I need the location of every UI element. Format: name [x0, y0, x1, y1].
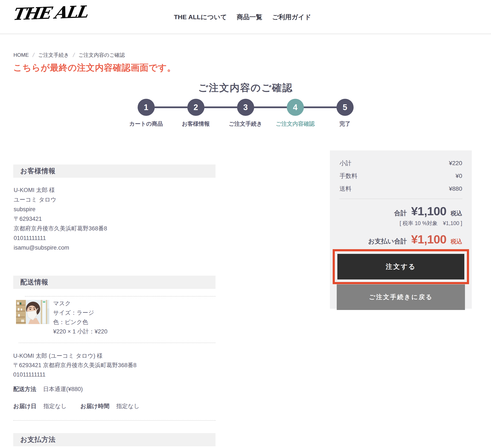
divider [25, 296, 216, 297]
step-circle-2: 2 [187, 99, 204, 116]
customer-address: 京都府京丹後市久美浜町葛野368番8 [14, 224, 216, 233]
product-name: マスク [53, 299, 107, 308]
order-button[interactable]: 注文する [337, 254, 464, 280]
order-summary-panel: 小計 ¥220 手数料 ¥0 送料 ¥880 合計 ¥1,100 税込 [ 税率… [330, 150, 472, 309]
product-image [16, 300, 49, 324]
step-label-4: ご注文内容確認 [276, 120, 315, 128]
shipping-method-label: 配送方法 [13, 385, 36, 393]
step-label-1: カートの商品 [129, 120, 163, 128]
delivery-time-value: 指定なし [116, 402, 140, 410]
customer-phone: 01011111111 [14, 233, 216, 243]
step-confirm-active: 4 ご注文内容確認 [270, 99, 320, 128]
checkout-stepper: 1 カートの商品 2 お客様情報 3 ご注文手続き 4 ご注文内容確認 5 完了 [121, 99, 370, 129]
step-cart: 1 カートの商品 [121, 99, 171, 128]
tax-note: [ 税率 10 %対象 ¥1,100 ] [340, 220, 462, 227]
step-complete: 5 完了 [320, 99, 370, 128]
step-label-3: ご注文手続き [229, 120, 262, 128]
shipping-method-value: 日本通運(¥880) [43, 385, 83, 393]
step-label-2: お客様情報 [182, 120, 210, 128]
payment-total-value: ¥1,100 [411, 232, 446, 246]
customer-info-block: U-KOMI 太郎 様 ユーコミ タロウ subspire 〒6293421 京… [14, 185, 216, 252]
delivery-date-value: 指定なし [43, 402, 66, 410]
brand-logo[interactable]: THE ALL [11, 2, 88, 24]
payment-total-row: お支払い合計 ¥1,100 税込 [340, 232, 462, 246]
customer-name: U-KOMI 太郎 様 [14, 185, 216, 195]
payment-total-tax-included: 税込 [451, 238, 462, 245]
customer-email: isamu@subspire.com [14, 243, 216, 252]
divider [340, 199, 462, 199]
nav-item-guide[interactable]: ご利用ガイド [272, 13, 311, 21]
summary-row-fee: 手数料 ¥0 [340, 170, 462, 182]
subtotal-label: 小計 [340, 157, 351, 170]
shipping-fee-value: ¥880 [449, 182, 462, 195]
breadcrumb: HOME / ご注文手続き / ご注文内容のご確認 [13, 52, 491, 58]
step-label-5: 完了 [340, 120, 350, 128]
breadcrumb-separator: / [32, 52, 35, 58]
shipping-fee-label: 送料 [340, 182, 351, 195]
breadcrumb-home[interactable]: HOME [13, 52, 29, 58]
cart-item-row: マスク サイズ：ラージ 色：ピンク色 ¥220 × 1 小計：¥220 [13, 300, 216, 336]
main-nav: THE ALLについて 商品一覧 ご利用ガイド [174, 0, 311, 34]
divider [13, 420, 216, 421]
shipping-info-header: 配送情報 [13, 276, 216, 289]
delivery-date-row: お届け日 指定なし お届け時間 指定なし [13, 402, 216, 410]
step-circle-4: 4 [287, 99, 304, 116]
total-label: 合計 [394, 209, 407, 218]
page-title: ご注文内容のご確認 [0, 81, 491, 94]
customer-info-header: お客様情報 [13, 165, 216, 178]
product-price-line: ¥220 × 1 小計：¥220 [53, 327, 107, 336]
product-size: サイズ：ラージ [53, 308, 107, 317]
customer-company: subspire [14, 205, 216, 214]
step-procedure: 3 ご注文手続き [221, 99, 270, 128]
step-circle-3: 3 [237, 99, 254, 116]
step-circle-1: 1 [138, 99, 155, 116]
fee-value: ¥0 [456, 170, 462, 182]
site-header: THE ALL THE ALLについて 商品一覧 ご利用ガイド [0, 0, 491, 34]
breadcrumb-checkout[interactable]: ご注文手続き [38, 52, 69, 58]
recipient-block: U-KOMI 太郎 (ユーコミ タロウ) 様 〒6293421 京都府京丹後市久… [13, 351, 216, 379]
cart-item-info: マスク サイズ：ラージ 色：ピンク色 ¥220 × 1 小計：¥220 [53, 299, 107, 336]
total-value: ¥1,100 [411, 204, 446, 218]
shipping-method-row: 配送方法 日本通運(¥880) [13, 385, 216, 393]
back-to-checkout-button[interactable]: ご注文手続きに戻る [337, 284, 465, 310]
order-detail-column: お客様情報 U-KOMI 太郎 様 ユーコミ タロウ subspire 〒629… [13, 165, 216, 446]
customer-kana: ユーコミ タロウ [14, 195, 216, 205]
recipient-phone: 01011111111 [13, 370, 216, 379]
total-tax-included: 税込 [451, 209, 462, 217]
product-color: 色：ピンク色 [53, 317, 107, 327]
delivery-date-label: お届け日 [13, 402, 37, 410]
delivery-time-label: お届け時間 [80, 402, 109, 410]
step-customer: 2 お客様情報 [171, 99, 221, 128]
order-button-highlight: 注文する [333, 249, 469, 284]
nav-item-about[interactable]: THE ALLについて [174, 13, 227, 21]
recipient-address: 〒6293421 京都府京丹後市久美浜町葛野368番8 [13, 361, 216, 370]
summary-row-shipping: 送料 ¥880 [340, 182, 462, 195]
breadcrumb-separator: / [72, 52, 75, 58]
nav-item-products[interactable]: 商品一覧 [237, 13, 262, 21]
divider [19, 343, 216, 343]
fee-label: 手数料 [340, 170, 358, 182]
payment-method-header: お支払方法 [13, 433, 216, 446]
annotation-note: こちらが最終の注文内容確認画面です。 [13, 62, 491, 74]
breadcrumb-current: ご注文内容のご確認 [78, 52, 125, 58]
customer-zip: 〒6293421 [14, 214, 216, 224]
payment-total-label: お支払い合計 [368, 237, 407, 246]
recipient-name: U-KOMI 太郎 (ユーコミ タロウ) 様 [13, 351, 216, 361]
total-row: 合計 ¥1,100 税込 [340, 204, 462, 218]
summary-row-subtotal: 小計 ¥220 [340, 157, 462, 170]
subtotal-value: ¥220 [449, 157, 462, 170]
step-circle-5: 5 [337, 99, 354, 116]
